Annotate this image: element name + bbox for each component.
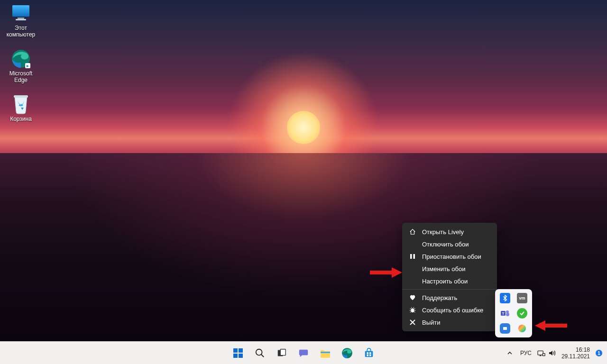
- ctx-support[interactable]: Поддержать: [402, 291, 497, 304]
- ctx-label: Сообщить об ошибке: [422, 307, 483, 314]
- svg-rect-26: [367, 352, 368, 354]
- desktop-icon-recycle-bin[interactable]: Корзина: [3, 94, 39, 122]
- svg-point-15: [518, 325, 526, 332]
- edge-button[interactable]: [338, 344, 357, 363]
- start-button[interactable]: [229, 344, 248, 363]
- language-indicator[interactable]: РУС: [520, 350, 532, 356]
- search-button[interactable]: [250, 344, 269, 363]
- svg-rect-2: [18, 18, 24, 19]
- ctx-label: Изменить обои: [422, 265, 465, 273]
- ctx-open-lively[interactable]: Открыть Lively: [402, 226, 497, 238]
- svg-rect-25: [365, 351, 373, 357]
- svg-point-9: [411, 309, 414, 313]
- explorer-button[interactable]: [316, 344, 335, 363]
- notifications-button[interactable]: 1: [594, 346, 604, 361]
- tray-lively-icon[interactable]: [517, 323, 527, 334]
- monitor-icon: [10, 3, 31, 24]
- network-icon: [537, 349, 545, 357]
- clock-date: 29.11.2021: [561, 353, 590, 360]
- svg-rect-14: [503, 327, 507, 330]
- ctx-label: Приостановить обои: [422, 253, 481, 260]
- edge-icon: [10, 48, 31, 69]
- ctx-report-bug[interactable]: Сообщить об ошибке: [402, 304, 497, 316]
- bug-icon: [409, 306, 416, 314]
- desktop-icon-label: Корзина: [3, 116, 39, 122]
- ctx-pause-wallpaper[interactable]: Приостановить обои: [402, 250, 497, 263]
- svg-point-20: [256, 349, 262, 355]
- tray-overflow-popup: vm T: [495, 289, 532, 337]
- volume-icon: [548, 349, 556, 357]
- clock-time: 16:18: [561, 346, 590, 353]
- desktop-icon-label: Этот компьютер: [3, 25, 39, 38]
- svg-rect-13: [506, 313, 509, 316]
- ctx-label: Отключить обои: [422, 241, 469, 248]
- svg-text:T: T: [502, 311, 505, 316]
- chat-button[interactable]: [294, 344, 313, 363]
- recycle-bin-icon: [10, 94, 31, 115]
- ctx-configure-wallpaper[interactable]: Настроить обои: [402, 275, 497, 287]
- svg-rect-29: [369, 354, 371, 356]
- ctx-separator: [402, 289, 497, 290]
- heart-icon: [409, 294, 416, 301]
- svg-rect-7: [410, 254, 412, 259]
- svg-rect-18: [233, 354, 238, 358]
- svg-rect-22: [280, 349, 285, 355]
- ctx-exit[interactable]: Выйти: [402, 316, 497, 328]
- svg-text:1: 1: [598, 351, 600, 356]
- svg-rect-27: [369, 352, 371, 354]
- svg-rect-8: [414, 254, 415, 259]
- pause-icon: [409, 253, 416, 260]
- svg-rect-28: [367, 354, 368, 356]
- tray-chevron-up[interactable]: [503, 346, 516, 361]
- tray-app-blue-icon[interactable]: [500, 323, 510, 334]
- ctx-label: Настроить обои: [422, 278, 468, 285]
- taskbar-right: РУС 16:18 29.11.2021 1: [503, 342, 604, 364]
- taskview-button[interactable]: [272, 344, 291, 363]
- ctx-label: Поддержать: [422, 294, 457, 301]
- svg-rect-30: [538, 351, 543, 355]
- desktop-icon-edge[interactable]: Microsoft Edge: [3, 48, 39, 83]
- svg-rect-17: [239, 348, 243, 353]
- svg-rect-23: [321, 352, 330, 353]
- ctx-label: Открыть Lively: [422, 228, 464, 236]
- desktop-icon-this-pc[interactable]: Этот компьютер: [3, 3, 39, 38]
- taskbar-clock[interactable]: 16:18 29.11.2021: [561, 346, 590, 360]
- tray-vmware-icon[interactable]: vm: [517, 293, 527, 303]
- home-icon: [409, 228, 416, 236]
- taskbar: РУС 16:18 29.11.2021 1: [0, 341, 607, 364]
- svg-rect-19: [239, 354, 243, 358]
- system-icons[interactable]: [535, 349, 558, 357]
- svg-rect-3: [16, 19, 26, 20]
- ctx-change-wallpaper[interactable]: Изменить обои: [402, 263, 497, 275]
- tray-bluetooth-icon[interactable]: [500, 293, 510, 303]
- svg-rect-6: [14, 95, 28, 98]
- ctx-label: Выйти: [422, 319, 441, 326]
- svg-rect-1: [12, 5, 29, 17]
- store-button[interactable]: [359, 344, 378, 363]
- desktop-icon-label: Microsoft Edge: [3, 70, 39, 83]
- taskbar-center: [229, 344, 378, 363]
- lively-context-menu: Открыть Lively Отключить обои Приостанов…: [402, 223, 497, 331]
- ctx-disable-wallpaper[interactable]: Отключить обои: [402, 238, 497, 250]
- close-icon: [409, 318, 416, 326]
- svg-rect-16: [233, 348, 238, 353]
- tray-teams-icon[interactable]: T: [500, 308, 510, 318]
- tray-shield-ok-icon[interactable]: [517, 308, 527, 318]
